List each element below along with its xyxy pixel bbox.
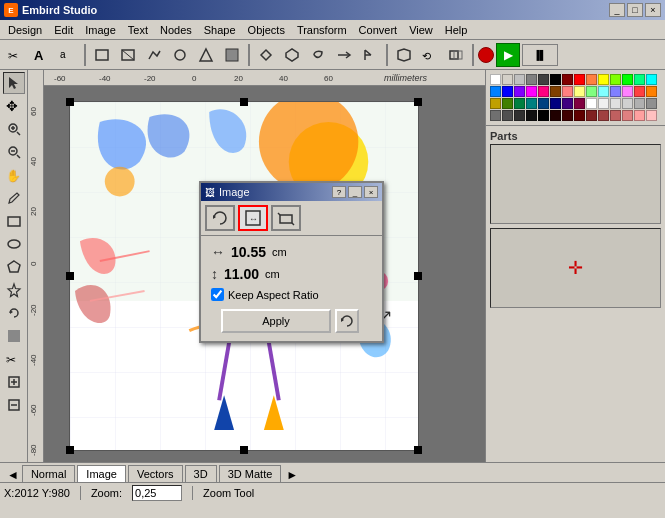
menu-image[interactable]: Image bbox=[79, 22, 122, 38]
toolbar-btn-6[interactable] bbox=[168, 43, 192, 67]
palette-color[interactable] bbox=[538, 98, 549, 109]
palette-color[interactable] bbox=[502, 74, 513, 85]
menu-help[interactable]: Help bbox=[439, 22, 474, 38]
palette-color[interactable] bbox=[502, 110, 513, 121]
palette-color[interactable] bbox=[634, 86, 645, 97]
toolbar-btn-10[interactable] bbox=[280, 43, 304, 67]
palette-color[interactable] bbox=[562, 74, 573, 85]
menu-transform[interactable]: Transform bbox=[291, 22, 353, 38]
dialog-tool-resize[interactable]: ↔ bbox=[238, 205, 268, 231]
palette-color[interactable] bbox=[550, 86, 561, 97]
tool-move[interactable]: ✥ bbox=[3, 95, 25, 117]
palette-color[interactable] bbox=[634, 110, 645, 121]
tool-ellipse[interactable] bbox=[3, 233, 25, 255]
selection-handle-mr[interactable] bbox=[414, 272, 422, 280]
palette-color[interactable] bbox=[598, 98, 609, 109]
selection-handle-ml[interactable] bbox=[66, 272, 74, 280]
palette-color[interactable] bbox=[610, 86, 621, 97]
palette-color[interactable] bbox=[526, 98, 537, 109]
toolbar-btn-9[interactable] bbox=[254, 43, 278, 67]
dialog-close-button[interactable]: × bbox=[364, 186, 378, 198]
tool-rect[interactable] bbox=[3, 210, 25, 232]
palette-color[interactable] bbox=[514, 98, 525, 109]
titlebar-controls[interactable]: _ □ × bbox=[609, 3, 661, 17]
maximize-button[interactable]: □ bbox=[627, 3, 643, 17]
palette-color[interactable] bbox=[586, 98, 597, 109]
minimize-button[interactable]: _ bbox=[609, 3, 625, 17]
dialog-minimize-button[interactable]: _ bbox=[348, 186, 362, 198]
palette-color[interactable] bbox=[550, 74, 561, 85]
palette-color[interactable] bbox=[538, 74, 549, 85]
palette-color[interactable] bbox=[514, 110, 525, 121]
tool-star[interactable] bbox=[3, 279, 25, 301]
tool-pencil[interactable] bbox=[3, 187, 25, 209]
palette-color[interactable] bbox=[490, 98, 501, 109]
palette-color[interactable] bbox=[586, 74, 597, 85]
tab-vectors[interactable]: Vectors bbox=[128, 465, 183, 482]
palette-color[interactable] bbox=[646, 98, 657, 109]
palette-color[interactable] bbox=[562, 86, 573, 97]
zoom-input[interactable] bbox=[132, 485, 182, 501]
tool-select[interactable] bbox=[3, 72, 25, 94]
tab-3d-matte[interactable]: 3D Matte bbox=[219, 465, 282, 482]
toolbar-btn-text-small-a[interactable]: a bbox=[56, 43, 80, 67]
close-button[interactable]: × bbox=[645, 3, 661, 17]
menu-shape[interactable]: Shape bbox=[198, 22, 242, 38]
apply-button[interactable]: Apply bbox=[221, 309, 331, 333]
toolbar-btn-11[interactable] bbox=[306, 43, 330, 67]
palette-color[interactable] bbox=[586, 86, 597, 97]
tool-fill[interactable] bbox=[3, 325, 25, 347]
toolbar-btn-12[interactable] bbox=[332, 43, 356, 67]
selection-handle-br[interactable] bbox=[414, 446, 422, 454]
palette-color[interactable] bbox=[526, 110, 537, 121]
tab-image[interactable]: Image bbox=[77, 465, 126, 482]
palette-color[interactable] bbox=[574, 98, 585, 109]
palette-color[interactable] bbox=[622, 98, 633, 109]
selection-handle-tm[interactable] bbox=[240, 98, 248, 106]
palette-color[interactable] bbox=[574, 74, 585, 85]
tab-3d[interactable]: 3D bbox=[185, 465, 217, 482]
palette-color[interactable] bbox=[574, 110, 585, 121]
selection-handle-tl[interactable] bbox=[66, 98, 74, 106]
palette-color[interactable] bbox=[598, 74, 609, 85]
toolbar-btn-13[interactable] bbox=[358, 43, 382, 67]
menu-nodes[interactable]: Nodes bbox=[154, 22, 198, 38]
palette-color[interactable] bbox=[562, 110, 573, 121]
toolbar-btn-4[interactable] bbox=[116, 43, 140, 67]
tool-add[interactable] bbox=[3, 371, 25, 393]
dialog-help-button[interactable]: ? bbox=[332, 186, 346, 198]
selection-handle-tr[interactable] bbox=[414, 98, 422, 106]
keep-aspect-checkbox[interactable] bbox=[211, 288, 224, 301]
palette-color[interactable] bbox=[622, 110, 633, 121]
tab-scroll-right[interactable]: ► bbox=[283, 468, 301, 482]
palette-color[interactable] bbox=[550, 110, 561, 121]
menu-objects[interactable]: Objects bbox=[242, 22, 291, 38]
tab-normal[interactable]: Normal bbox=[22, 465, 75, 482]
toolbar-btn-16[interactable] bbox=[444, 43, 468, 67]
toolbar-btn-5[interactable] bbox=[142, 43, 166, 67]
toolbar-btn-8[interactable] bbox=[220, 43, 244, 67]
palette-color[interactable] bbox=[598, 86, 609, 97]
palette-color[interactable] bbox=[610, 98, 621, 109]
palette-color[interactable] bbox=[646, 86, 657, 97]
palette-color[interactable] bbox=[598, 110, 609, 121]
palette-color[interactable] bbox=[514, 74, 525, 85]
toolbar-btn-17[interactable]: ▐▌ bbox=[522, 44, 558, 66]
toolbar-btn-3[interactable] bbox=[90, 43, 114, 67]
palette-color[interactable] bbox=[646, 74, 657, 85]
tool-cut[interactable]: ✂ bbox=[3, 348, 25, 370]
tool-remove[interactable] bbox=[3, 394, 25, 416]
menu-edit[interactable]: Edit bbox=[48, 22, 79, 38]
palette-color[interactable] bbox=[634, 74, 645, 85]
menu-text[interactable]: Text bbox=[122, 22, 154, 38]
toolbar-btn-1[interactable]: ✂ bbox=[4, 43, 28, 67]
palette-color[interactable] bbox=[634, 98, 645, 109]
tab-scroll-left[interactable]: ◄ bbox=[4, 468, 22, 482]
palette-color[interactable] bbox=[526, 86, 537, 97]
palette-color[interactable] bbox=[562, 98, 573, 109]
drawing-canvas[interactable]: 🖼 Image ? _ × bbox=[44, 86, 485, 462]
palette-color[interactable] bbox=[610, 110, 621, 121]
play-button[interactable]: ▶ bbox=[496, 43, 520, 67]
toolbar-btn-text-a[interactable]: A bbox=[30, 43, 54, 67]
toolbar-btn-14[interactable] bbox=[392, 43, 416, 67]
